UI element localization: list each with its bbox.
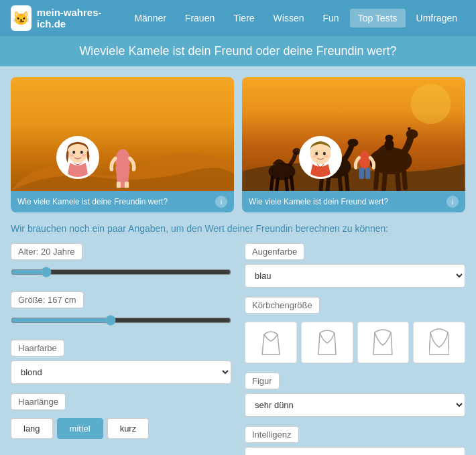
svg-point-33 [322, 152, 325, 155]
haarlaenge-mittel-button[interactable]: mittel [57, 418, 103, 439]
augenfarbe-select[interactable]: blau braun grün grau schwarz [245, 264, 465, 287]
svg-point-8 [411, 84, 451, 124]
svg-point-1 [72, 151, 75, 154]
haarlaenge-lang-button[interactable]: lang [11, 418, 53, 439]
bra-size-d[interactable] [413, 322, 465, 363]
svg-rect-37 [359, 168, 365, 179]
bra-size-a[interactable] [245, 322, 297, 363]
form-left-col: Alter: 20 Jahre Größe: 167 cm Haarfarbe … [11, 243, 231, 455]
logo-area: 😼 mein-wahres-ich.de [11, 5, 113, 31]
alter-slider[interactable] [11, 267, 231, 277]
figur-field: Figur sehr dünn schlank normal mollig di… [245, 373, 465, 417]
bra-size-b[interactable] [301, 322, 353, 363]
intelligenz-select[interactable]: wie Albert Einstein sehr intelligent nor… [245, 447, 465, 455]
image-cards: Wie viele Kamele ist deine Freundin wert… [11, 77, 465, 212]
form-columns: Alter: 20 Jahre Größe: 167 cm Haarfarbe … [11, 243, 465, 455]
nav-umfragen[interactable]: Umfragen [408, 9, 465, 27]
svg-point-2 [80, 151, 83, 154]
svg-rect-6 [116, 182, 120, 188]
alter-label: Alter: 20 Jahre [11, 243, 82, 260]
koerpergroesse-label: Körbchengröße [245, 297, 320, 314]
nav-fun[interactable]: Fun [315, 9, 347, 27]
haarfarbe-field: Haarfarbe blond braun schwarz rot grau w… [11, 340, 231, 384]
svg-line-30 [292, 177, 293, 189]
bra-size-options [245, 322, 465, 363]
card-freund-label: Wie viele Kamele ist dein Freund wert? i [242, 191, 465, 212]
haarlaenge-kurz-button[interactable]: kurz [107, 418, 150, 439]
svg-point-34 [312, 155, 316, 157]
svg-point-3 [70, 154, 74, 157]
svg-point-36 [359, 151, 371, 169]
card-freund-text: Wie viele Kamele ist dein Freund wert? [249, 197, 388, 206]
intelligenz-label: Intelligenz [245, 426, 299, 443]
augenfarbe-label: Augenfarbe [245, 243, 304, 260]
alter-field: Alter: 20 Jahre [11, 243, 231, 282]
groesse-slider[interactable] [11, 315, 231, 326]
svg-point-4 [82, 154, 86, 157]
nav-top-tests[interactable]: Top Tests [350, 9, 406, 27]
alter-slider-container [11, 264, 231, 282]
header: 😼 mein-wahres-ich.de Männer Frauen Tiere… [0, 0, 476, 36]
avatar-freund [299, 136, 342, 179]
bra-size-c[interactable] [357, 322, 410, 363]
main-content: Wie viele Kamele ist deine Freundin wert… [0, 66, 476, 455]
svg-line-27 [272, 177, 273, 189]
groesse-label: Größe: 167 cm [11, 291, 84, 308]
figur-select[interactable]: sehr dünn schlank normal mollig dick [245, 393, 465, 417]
svg-point-31 [310, 143, 331, 164]
haarfarbe-label: Haarfarbe [11, 340, 64, 356]
subtitle-text: Wieviele Kamele ist dein Freund oder dei… [79, 44, 396, 58]
svg-line-28 [277, 178, 278, 190]
svg-line-12 [384, 172, 385, 189]
svg-rect-7 [124, 182, 128, 188]
groesse-field: Größe: 167 cm [11, 291, 231, 330]
nav-frauen[interactable]: Frauen [177, 9, 223, 27]
haarlaenge-label: Haarlänge [11, 393, 66, 410]
card-freund-info[interactable]: i [447, 196, 459, 208]
form-right-col: Augenfarbe blau braun grün grau schwarz … [245, 243, 465, 455]
main-nav: Männer Frauen Tiere Wissen Fun Top Tests… [126, 9, 465, 27]
card-freundin-label: Wie viele Kamele ist deine Freundin wert… [11, 191, 234, 212]
haarlaenge-buttons: lang mittel kurz [11, 418, 231, 439]
intelligenz-field: Intelligenz wie Albert Einstein sehr int… [245, 426, 465, 455]
logo-text: mein-wahres-ich.de [37, 7, 113, 29]
groesse-slider-container [11, 312, 231, 330]
card-freund[interactable]: Wie viele Kamele ist dein Freund wert? i [242, 77, 465, 212]
figur-label: Figur [245, 373, 280, 389]
svg-line-21 [340, 176, 341, 191]
haarfarbe-select[interactable]: blond braun schwarz rot grau weiß [11, 361, 231, 384]
nav-maenner[interactable]: Männer [126, 9, 174, 27]
nav-wissen[interactable]: Wissen [265, 9, 312, 27]
svg-line-20 [328, 176, 329, 191]
svg-line-14 [404, 171, 406, 188]
svg-point-16 [385, 135, 394, 141]
page-subtitle: Wieviele Kamele ist dein Freund oder dei… [0, 36, 476, 66]
nav-tiere[interactable]: Tiere [225, 9, 262, 27]
svg-point-35 [324, 155, 328, 157]
card-freundin-info[interactable]: i [215, 196, 227, 208]
card-freundin-text: Wie viele Kamele ist deine Freundin wert… [17, 197, 168, 206]
svg-rect-38 [365, 168, 371, 179]
augenfarbe-field: Augenfarbe blau braun grün grau schwarz [245, 243, 465, 287]
koerpergroesse-field: Körbchengröße [245, 297, 465, 363]
haarlaenge-field: Haarlänge lang mittel kurz [11, 393, 231, 439]
svg-point-10 [406, 129, 418, 139]
form-intro: Wir brauchen noch ein paar Angaben, um d… [11, 223, 465, 234]
svg-line-29 [286, 178, 288, 190]
card-freundin[interactable]: Wie viele Kamele ist deine Freundin wert… [11, 77, 234, 212]
logo-icon: 😼 [11, 5, 32, 31]
svg-line-13 [398, 172, 399, 189]
avatar-freundin [56, 136, 99, 179]
svg-point-32 [315, 152, 318, 155]
